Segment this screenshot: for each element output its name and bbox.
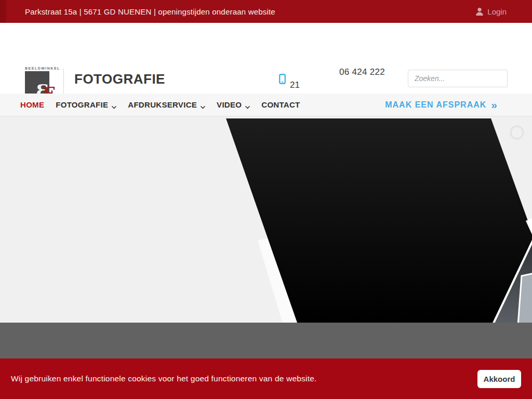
phone-suffix: 21: [290, 80, 300, 90]
user-icon: [475, 7, 484, 16]
cookie-banner: Wij gebruiken enkel functionele cookies …: [0, 358, 532, 399]
phone-number: 06 424 222: [339, 67, 385, 77]
nav-item-contact[interactable]: CONTACT: [261, 100, 300, 109]
phone-block: 21: [279, 74, 286, 86]
site-title: FOTOGRAFIE: [74, 71, 165, 87]
nav-item-video[interactable]: VIDEO: [217, 100, 250, 109]
nav-item-home[interactable]: HOME: [20, 100, 44, 109]
logo-top-text: BEELDWINKEL: [25, 66, 53, 70]
cta-label: MAAK EEN AFSPRAAK: [385, 100, 486, 110]
nav-item-fotografie[interactable]: FOTOGRAFIE: [56, 100, 116, 109]
nav-item-afdrukservice[interactable]: AFDRUKSERVICE: [128, 100, 205, 109]
main-nav: HOME FOTOGRAFIE AFDRUKSERVICE VIDEO CONT…: [0, 94, 532, 116]
header: BEELDWINKEL Ǝ Ɛ VERHALLEN FOTOGRAFIE 21 …: [0, 23, 532, 94]
nav-label: CONTACT: [261, 100, 300, 109]
hero-slider: [0, 116, 532, 323]
cookie-message: Wij gebruiken enkel functionele cookies …: [11, 374, 477, 383]
login-link[interactable]: Login: [475, 0, 507, 23]
chevron-down-icon: [245, 102, 250, 107]
double-chevron-right-icon: »: [491, 99, 498, 110]
topbar: Parkstraat 15a | 5671 GD NUENEN | openin…: [0, 0, 532, 23]
gray-section-band: [0, 323, 532, 358]
search-input[interactable]: [408, 70, 508, 87]
chevron-down-icon: [112, 102, 116, 107]
hero-image: [0, 116, 532, 323]
chevron-down-icon: [201, 102, 205, 107]
appointment-cta[interactable]: MAAK EEN AFSPRAAK »: [385, 94, 498, 116]
nav-label: AFDRUKSERVICE: [128, 100, 197, 109]
login-label: Login: [487, 7, 507, 16]
cookie-accept-button[interactable]: Akkoord: [477, 370, 521, 388]
nav-label: HOME: [20, 100, 44, 109]
topbar-left-strip: [0, 0, 6, 23]
nav-label: VIDEO: [217, 100, 242, 109]
smartphone-icon: [279, 74, 286, 84]
nav-label: FOTOGRAFIE: [56, 100, 108, 109]
address-text: Parkstraat 15a | 5671 GD NUENEN | openin…: [25, 7, 275, 16]
